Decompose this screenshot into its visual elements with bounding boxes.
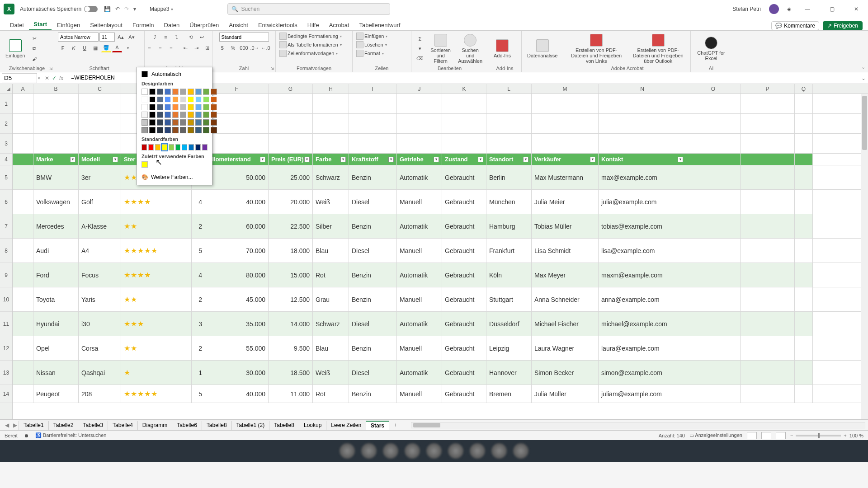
cell[interactable] bbox=[741, 263, 795, 287]
cell[interactable]: Peugeot bbox=[33, 385, 79, 403]
cell[interactable] bbox=[686, 214, 741, 238]
cell[interactable]: 70.000 bbox=[205, 239, 269, 263]
cell[interactable]: Lisa Schmidt bbox=[532, 239, 599, 263]
color-swatch[interactable] bbox=[195, 127, 202, 133]
color-swatch[interactable] bbox=[149, 112, 156, 118]
cell[interactable]: Preis (EUR)▾ bbox=[269, 154, 313, 165]
cell[interactable]: Automatik bbox=[397, 165, 442, 189]
cell[interactable]: Benzin bbox=[349, 165, 397, 189]
cell[interactable] bbox=[795, 114, 813, 133]
menu-tab-seitenlayout[interactable]: Seitenlayout bbox=[85, 20, 127, 30]
cell[interactable]: 80.000 bbox=[205, 263, 269, 287]
color-swatch[interactable] bbox=[195, 119, 202, 126]
cell[interactable] bbox=[686, 165, 741, 189]
vertical-scrollbar[interactable] bbox=[861, 94, 868, 419]
cell[interactable] bbox=[269, 114, 313, 133]
cell[interactable]: 22.500 bbox=[269, 214, 313, 238]
cell[interactable] bbox=[79, 94, 121, 113]
color-swatch[interactable] bbox=[188, 112, 194, 118]
cell[interactable]: 5 bbox=[192, 385, 205, 403]
font-color-dropdown-icon[interactable]: ▾ bbox=[123, 43, 133, 52]
increase-indent-icon[interactable]: ⇥ bbox=[192, 43, 202, 52]
collapse-ribbon-icon[interactable]: ⌄ bbox=[861, 64, 865, 70]
normal-view-icon[interactable] bbox=[747, 432, 757, 439]
taskbar-app-icon[interactable] bbox=[361, 443, 377, 459]
cell[interactable]: laura@example.com bbox=[599, 336, 686, 360]
taskbar-app-icon[interactable] bbox=[491, 443, 507, 459]
cell[interactable]: Automatik bbox=[397, 263, 442, 287]
row-header[interactable]: 13 bbox=[0, 361, 12, 385]
cell[interactable] bbox=[741, 287, 795, 311]
color-swatch[interactable] bbox=[203, 104, 209, 110]
comma-icon[interactable]: 000 bbox=[239, 43, 249, 52]
cell[interactable] bbox=[795, 165, 813, 189]
color-swatch[interactable] bbox=[188, 96, 194, 103]
color-swatch[interactable] bbox=[165, 96, 171, 103]
cell[interactable] bbox=[13, 336, 33, 360]
cell[interactable] bbox=[686, 385, 741, 403]
pdf-outlook-button[interactable]: Erstellen von PDF-Dateien und Freigeben … bbox=[630, 33, 687, 65]
color-swatch[interactable] bbox=[195, 144, 201, 150]
filter-icon[interactable]: ▾ bbox=[113, 157, 118, 162]
cell[interactable] bbox=[13, 154, 33, 165]
cell[interactable] bbox=[741, 114, 795, 133]
row-header[interactable]: 9 bbox=[0, 263, 12, 287]
taskbar-app-icon[interactable] bbox=[383, 443, 398, 459]
color-swatch[interactable] bbox=[142, 96, 148, 103]
cell[interactable] bbox=[795, 154, 813, 165]
cell[interactable]: Automatik bbox=[397, 214, 442, 238]
redo-icon[interactable]: ↷ bbox=[124, 6, 129, 12]
cell[interactable]: Manuell bbox=[397, 336, 442, 360]
cell[interactable]: München bbox=[486, 190, 532, 214]
cell[interactable]: Opel bbox=[33, 336, 79, 360]
cell[interactable]: 3er bbox=[79, 165, 121, 189]
cell[interactable] bbox=[442, 114, 486, 133]
cell[interactable] bbox=[795, 94, 813, 113]
column-header[interactable]: Q bbox=[795, 84, 813, 94]
italic-button[interactable]: K bbox=[69, 43, 79, 52]
cell[interactable]: Gebraucht bbox=[442, 214, 486, 238]
cell[interactable]: 40.000 bbox=[205, 190, 269, 214]
taskbar-app-icon[interactable] bbox=[426, 443, 442, 459]
cell[interactable]: ★★ bbox=[121, 287, 192, 311]
cell[interactable] bbox=[13, 361, 33, 385]
cell[interactable]: Bremen bbox=[486, 385, 532, 403]
cell[interactable]: simon@example.com bbox=[599, 361, 686, 385]
cell[interactable] bbox=[397, 114, 442, 133]
accept-formula-icon[interactable]: ✓ bbox=[52, 75, 57, 81]
column-header[interactable]: K bbox=[442, 84, 486, 94]
cell[interactable] bbox=[269, 94, 313, 113]
filter-icon[interactable]: ▾ bbox=[260, 157, 265, 162]
cells-item[interactable]: Einfügen▾ bbox=[356, 33, 387, 40]
cell[interactable]: Focus bbox=[79, 263, 121, 287]
cell[interactable]: ★★★★★ bbox=[121, 239, 192, 263]
diamond-icon[interactable]: ◈ bbox=[787, 6, 791, 12]
cell[interactable] bbox=[686, 239, 741, 263]
filter-icon[interactable]: ▾ bbox=[388, 157, 394, 162]
color-swatch[interactable] bbox=[211, 127, 217, 133]
autosum-icon[interactable]: Σ bbox=[415, 34, 425, 43]
cell[interactable]: BMW bbox=[33, 165, 79, 189]
color-swatch[interactable] bbox=[142, 112, 148, 118]
color-swatch[interactable] bbox=[188, 104, 194, 110]
cell[interactable] bbox=[33, 114, 79, 133]
cell[interactable]: Volkswagen bbox=[33, 190, 79, 214]
cell[interactable]: Toyota bbox=[33, 287, 79, 311]
color-swatch[interactable] bbox=[188, 119, 194, 126]
sheet-nav-next-icon[interactable]: ▶ bbox=[11, 422, 19, 428]
fill-icon[interactable]: ▾ bbox=[415, 44, 425, 53]
chatgpt-button[interactable]: ChatGPT for Excel bbox=[694, 36, 728, 62]
cell[interactable] bbox=[795, 312, 813, 336]
percent-icon[interactable]: % bbox=[228, 43, 238, 52]
cell[interactable]: Nissan bbox=[33, 361, 79, 385]
cell[interactable]: Modell▾ bbox=[79, 154, 121, 165]
cell[interactable] bbox=[741, 214, 795, 238]
cell[interactable]: 15.000 bbox=[269, 263, 313, 287]
font-size-select[interactable] bbox=[99, 33, 115, 42]
cell[interactable] bbox=[686, 263, 741, 287]
zoom-slider[interactable] bbox=[796, 435, 841, 436]
column-header[interactable]: C bbox=[79, 84, 121, 94]
cell[interactable]: 4 bbox=[192, 190, 205, 214]
cell[interactable] bbox=[313, 94, 349, 113]
cell[interactable] bbox=[13, 214, 33, 238]
